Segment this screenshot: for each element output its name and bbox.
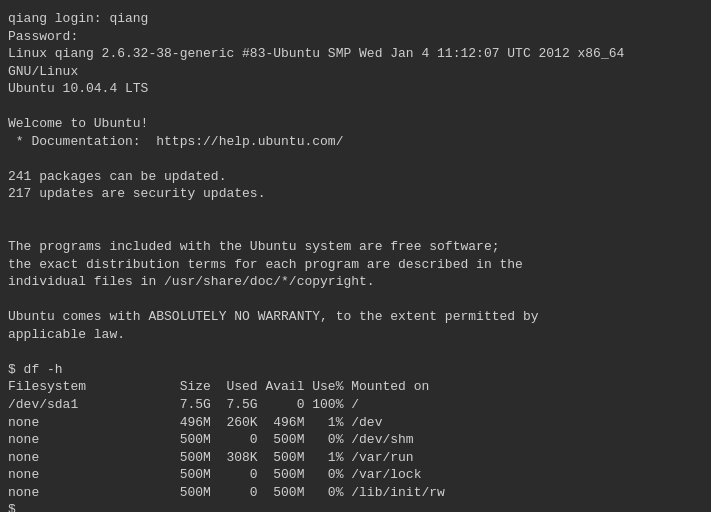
- terminal-window[interactable]: qiang login: qiang Password: Linux qiang…: [0, 0, 711, 512]
